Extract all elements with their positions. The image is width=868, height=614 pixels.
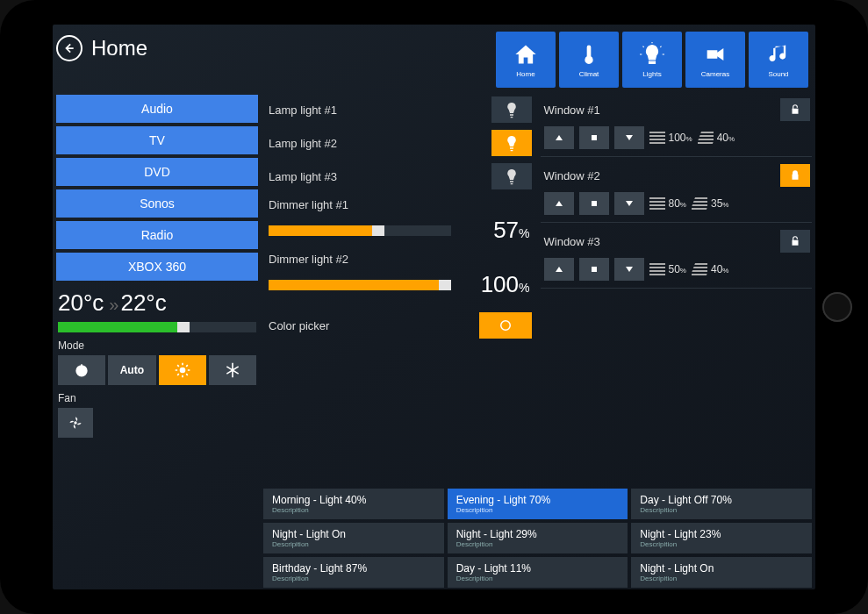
- window-1-label: Window #1: [544, 104, 600, 117]
- lamp-2-toggle[interactable]: [491, 130, 532, 156]
- sidebar-item-audio[interactable]: Audio: [56, 95, 258, 123]
- nav-climat[interactable]: Climat: [559, 32, 619, 88]
- dimmer-1-block: Dimmer light #1 57%: [263, 195, 535, 246]
- window-1-stop[interactable]: [579, 126, 609, 149]
- nav-cameras[interactable]: Cameras: [685, 32, 745, 88]
- scene-sub: Descripition: [640, 506, 803, 514]
- scene-title: Evening - Light 70%: [456, 494, 620, 506]
- lamp-1-row: Lamp light #1: [263, 95, 535, 125]
- svg-rect-18: [694, 197, 707, 199]
- scene-night-29[interactable]: Night - Light 29% Descripition: [448, 523, 628, 553]
- scene-title: Birthday - Light 87%: [272, 562, 435, 575]
- window-2-stop[interactable]: [579, 192, 609, 215]
- sidebar-item-dvd[interactable]: DVD: [56, 158, 258, 186]
- scene-sub: Descripition: [272, 506, 435, 514]
- color-picker-button[interactable]: [479, 312, 532, 339]
- temp-current: 20°c: [58, 289, 104, 317]
- window-3-lock[interactable]: [780, 230, 810, 253]
- nav-label: Cameras: [701, 70, 729, 78]
- window-3-block: Window #3 50%: [541, 226, 813, 289]
- svg-rect-12: [698, 142, 714, 144]
- window-1-lock[interactable]: [780, 98, 810, 121]
- lamp-3-toggle[interactable]: [491, 163, 532, 189]
- window-1-down[interactable]: [614, 126, 644, 149]
- scene-sub: Descripition: [272, 540, 435, 548]
- lamp-1-toggle[interactable]: [491, 96, 532, 123]
- scene-sub: Descripition: [456, 506, 620, 514]
- scene-evening[interactable]: Evening - Light 70% Descripition: [448, 489, 628, 519]
- sidebar-item-sonos[interactable]: Sonos: [56, 189, 258, 218]
- scene-birthday[interactable]: Birthday - Light 87% Descripition: [263, 557, 444, 588]
- lights-column: Lamp light #1 Lamp light #2 Lamp light #…: [263, 95, 535, 462]
- nav-sound[interactable]: Sound: [749, 32, 808, 88]
- mode-cool-button[interactable]: [209, 355, 256, 385]
- dimmer-2-block: Dimmer light #2 100%: [263, 249, 535, 300]
- dimmer-1-slider[interactable]: [269, 225, 451, 236]
- svg-rect-30: [692, 274, 707, 275]
- window-3-label: Window #3: [544, 235, 600, 248]
- svg-rect-10: [699, 135, 713, 137]
- scene-morning[interactable]: Morning - Light 40% Descripition: [263, 489, 444, 519]
- svg-rect-29: [692, 270, 707, 272]
- scene-day-11[interactable]: Day - Light 11% Descripition: [448, 557, 628, 588]
- window-2-up[interactable]: [544, 192, 574, 215]
- nav-label: Lights: [642, 70, 661, 78]
- window-2-lock[interactable]: [780, 164, 810, 187]
- window-3-up[interactable]: [544, 258, 574, 281]
- lamp-2-label: Lamp light #2: [269, 137, 337, 150]
- scene-sub: Descripition: [456, 575, 620, 582]
- scene-title: Night - Light On: [272, 528, 435, 540]
- svg-rect-17: [649, 208, 665, 210]
- sidebar: Audio TV DVD Sonos Radio XBOX 360 20°c »…: [56, 95, 258, 462]
- window-1-up[interactable]: [544, 126, 574, 149]
- window-3-open: 50%: [649, 263, 686, 275]
- top-nav: Home Climat Lights Cameras Sound: [496, 32, 808, 88]
- svg-rect-14: [649, 197, 665, 199]
- nav-lights[interactable]: Lights: [622, 32, 682, 88]
- window-3-stop[interactable]: [579, 258, 609, 281]
- header: Home Home Climat Lights Cameras: [53, 25, 815, 95]
- page-title: Home: [91, 36, 147, 61]
- lamp-3-row: Lamp light #3: [263, 161, 535, 191]
- scene-sub: Descripition: [456, 540, 620, 548]
- sidebar-item-radio[interactable]: Radio: [56, 221, 258, 249]
- sidebar-item-xbox[interactable]: XBOX 360: [56, 253, 258, 281]
- scene-night-23[interactable]: Night - Light 23% Descripition: [631, 523, 812, 553]
- mode-power-button[interactable]: [58, 355, 105, 385]
- dimmer-1-label: Dimmer light #1: [269, 198, 530, 211]
- dimmer-2-slider[interactable]: [269, 280, 451, 290]
- scene-sub: Descripition: [640, 540, 803, 548]
- lamp-1-label: Lamp light #1: [269, 104, 337, 117]
- tablet-home-button[interactable]: [822, 292, 852, 322]
- svg-rect-7: [649, 139, 665, 140]
- window-2-block: Window #2 80%: [541, 161, 813, 223]
- scene-night-on[interactable]: Night - Light On Descripition: [263, 523, 444, 553]
- svg-rect-16: [649, 204, 665, 206]
- nav-label: Sound: [768, 70, 788, 78]
- svg-rect-22: [592, 267, 597, 272]
- svg-rect-24: [649, 267, 665, 268]
- windows-column: Window #1 100%: [541, 95, 813, 462]
- scene-sub: Descripition: [640, 575, 803, 582]
- lamp-2-row: Lamp light #2: [263, 128, 535, 158]
- scene-day-off[interactable]: Day - Light Off 70% Descripition: [631, 489, 812, 519]
- sidebar-item-tv[interactable]: TV: [56, 126, 258, 154]
- window-3-down[interactable]: [614, 258, 644, 281]
- temp-target: 22°c: [120, 289, 166, 317]
- nav-home[interactable]: Home: [496, 32, 556, 88]
- fan-button[interactable]: [58, 408, 93, 438]
- scene-night-on-2[interactable]: Night - Light On Descripition: [631, 557, 812, 588]
- window-2-down[interactable]: [614, 192, 644, 215]
- svg-rect-6: [649, 135, 665, 137]
- svg-rect-27: [694, 263, 707, 265]
- nav-label: Climat: [579, 70, 599, 78]
- svg-point-3: [500, 321, 510, 331]
- svg-rect-5: [649, 132, 665, 133]
- window-2-open: 80%: [649, 197, 686, 210]
- color-picker-label: Color picker: [269, 319, 329, 332]
- temp-slider[interactable]: [58, 322, 256, 332]
- window-1-tilt: 40%: [698, 132, 735, 144]
- mode-auto-button[interactable]: Auto: [108, 355, 155, 385]
- mode-heat-button[interactable]: [159, 355, 206, 385]
- back-button[interactable]: [56, 35, 82, 61]
